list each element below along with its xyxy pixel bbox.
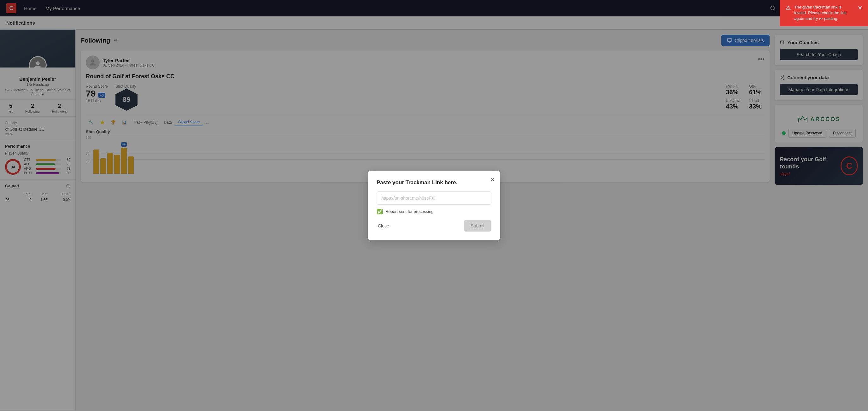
success-text: Report sent for processing — [385, 209, 433, 214]
modal-close-button[interactable]: Close — [377, 221, 391, 231]
error-message: The given trackman link is invalid. Plea… — [794, 4, 855, 22]
modal-close-x-button[interactable]: ✕ — [490, 176, 495, 183]
modal-title: Paste your Trackman Link here. — [377, 180, 491, 186]
warning-icon — [785, 5, 791, 11]
success-check-icon: ✅ — [377, 209, 383, 215]
modal-success-message: ✅ Report sent for processing — [377, 209, 491, 215]
error-toast-close[interactable]: ✕ — [858, 4, 862, 11]
trackman-link-input[interactable] — [377, 191, 491, 205]
modal-footer: Close Submit — [377, 220, 491, 231]
modal-overlay[interactable]: Paste your Trackman Link here. ✕ ✅ Repor… — [0, 0, 868, 410]
error-toast: The given trackman link is invalid. Plea… — [780, 0, 868, 26]
trackman-modal: Paste your Trackman Link here. ✕ ✅ Repor… — [368, 171, 500, 240]
modal-submit-button[interactable]: Submit — [464, 220, 491, 231]
